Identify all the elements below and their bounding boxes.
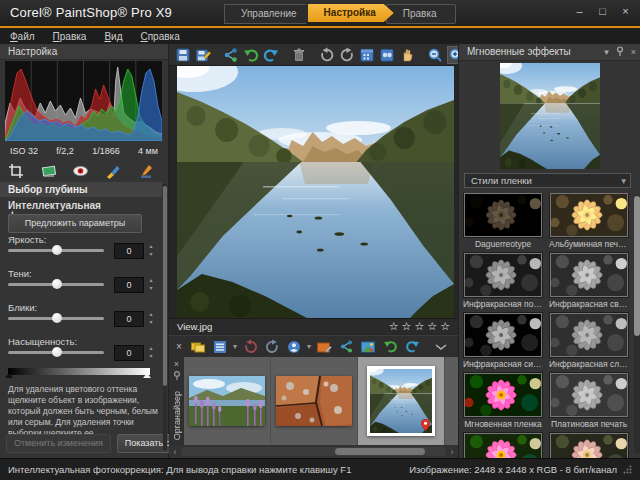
scrollbar-thumb[interactable] xyxy=(634,196,640,336)
depth-picker-header[interactable]: Выбор глубины xyxy=(0,182,162,197)
makeup-brush-icon[interactable] xyxy=(103,162,123,180)
rotate-left-icon[interactable] xyxy=(241,338,259,356)
people-dropdown-arrow-icon[interactable]: ▾ xyxy=(307,342,311,351)
menu-file[interactable]: Файл xyxy=(10,31,35,42)
effect-infrared-default[interactable]: Инфракрасная по у... xyxy=(463,253,543,309)
close-button[interactable]: × xyxy=(617,4,634,19)
organizer-thumbnail-rocks[interactable] xyxy=(271,357,358,445)
star-icon[interactable]: ☆ xyxy=(427,320,437,333)
effect-platinum-print[interactable]: Платиновая печать xyxy=(549,373,629,429)
scrollbar-thumb[interactable] xyxy=(163,186,167,386)
scroll-left-arrow[interactable]: ‹ xyxy=(169,447,181,457)
view-dropdown-arrow-icon[interactable]: ▾ xyxy=(233,342,237,351)
retouch-brush-icon[interactable] xyxy=(136,162,156,180)
star-icon[interactable]: ☆ xyxy=(440,320,450,333)
tab-edit[interactable]: Правка xyxy=(386,4,456,24)
effect-tile-partial[interactable] xyxy=(463,433,543,458)
spinner[interactable]: ▴▾ xyxy=(146,345,156,359)
tab-manage[interactable]: Управление xyxy=(224,4,316,24)
effect-tile-partial[interactable] xyxy=(549,433,629,458)
organizer-thumbnail-meadow[interactable] xyxy=(184,357,271,445)
tab-adjust[interactable]: Настройка xyxy=(308,4,394,22)
delete-icon[interactable] xyxy=(291,46,307,64)
save-icon[interactable] xyxy=(175,46,191,64)
folders-icon[interactable] xyxy=(189,338,207,356)
organizer-scrollbar[interactable]: ‹ › xyxy=(169,445,458,458)
saturation-slider[interactable] xyxy=(8,351,104,354)
effect-category-dropdown[interactable]: Стили пленки ▾ xyxy=(464,173,631,188)
menu-edit[interactable]: Правка xyxy=(53,31,87,42)
slider-thumb[interactable] xyxy=(52,313,62,323)
spinner[interactable]: ▴▾ xyxy=(146,311,156,325)
collapse-chevron-icon[interactable] xyxy=(432,338,450,356)
effect-infrared-light[interactable]: Инфракрасная свет... xyxy=(549,253,629,309)
black-point-handle[interactable] xyxy=(5,373,13,378)
list-view-icon[interactable] xyxy=(211,338,229,356)
find-people-icon[interactable] xyxy=(285,338,303,356)
resize-grip[interactable] xyxy=(623,465,632,474)
spinner[interactable]: ▴▾ xyxy=(146,243,156,257)
photo-canvas[interactable] xyxy=(177,66,454,318)
quick-fix-icon[interactable] xyxy=(315,338,333,356)
organizer-close-icon[interactable]: × xyxy=(173,341,185,352)
straighten-icon[interactable] xyxy=(39,162,59,180)
highlights-value[interactable]: 0 xyxy=(114,311,144,327)
slider-thumb[interactable] xyxy=(52,347,62,357)
undo-icon[interactable] xyxy=(243,46,259,64)
cancel-changes-button[interactable]: Отменить изменения xyxy=(6,434,111,453)
slideshow-icon[interactable] xyxy=(359,338,377,356)
slider-thumb[interactable] xyxy=(52,279,62,289)
save-as-icon[interactable] xyxy=(195,46,211,64)
menu-view[interactable]: Вид xyxy=(104,31,122,42)
effect-infrared-strong[interactable]: Инфракрасная силь... xyxy=(463,313,543,369)
red-eye-icon[interactable] xyxy=(71,162,91,180)
scrollbar-track[interactable] xyxy=(181,447,446,456)
black-white-point-strip[interactable] xyxy=(8,368,150,375)
rotate-right-icon[interactable] xyxy=(339,46,355,64)
rotate-right-icon[interactable] xyxy=(263,338,281,356)
white-point-handle[interactable] xyxy=(143,373,151,378)
star-icon[interactable]: ☆ xyxy=(402,320,412,333)
date-stamp-icon[interactable] xyxy=(359,46,375,64)
scroll-right-arrow[interactable]: › xyxy=(446,447,458,457)
saturation-value[interactable]: 0 xyxy=(114,345,144,361)
effect-daguerreotype[interactable]: Daguerreotype xyxy=(463,193,543,249)
panel-menu-arrow-icon[interactable]: ▾ xyxy=(604,44,609,60)
effect-instant-film[interactable]: Мгновенная пленка xyxy=(463,373,543,429)
organizer-label[interactable]: Органайзер xyxy=(172,391,182,440)
effect-infrared-weak[interactable]: Инфракрасная слаб... xyxy=(549,313,629,369)
pan-hand-icon[interactable] xyxy=(399,46,415,64)
pin-icon[interactable] xyxy=(616,46,624,57)
brightness-value[interactable]: 0 xyxy=(114,243,144,259)
highlights-slider[interactable] xyxy=(8,317,104,320)
slider-thumb[interactable] xyxy=(52,245,62,255)
share-icon[interactable] xyxy=(337,338,355,356)
undo-icon[interactable] xyxy=(381,338,399,356)
minimize-button[interactable]: – xyxy=(571,4,588,19)
effects-scrollbar[interactable] xyxy=(634,194,640,454)
redo-icon[interactable] xyxy=(263,46,279,64)
rating-stars[interactable]: ☆ ☆ ☆ ☆ ☆ xyxy=(389,320,450,333)
share-icon[interactable] xyxy=(223,46,239,64)
left-panel-scrollbar[interactable] xyxy=(163,184,167,450)
maximize-button[interactable]: □ xyxy=(594,4,611,19)
shadows-slider[interactable] xyxy=(8,283,104,286)
spinner[interactable]: ▴▾ xyxy=(146,277,156,291)
effect-albumen-print[interactable]: Альбуминная печать xyxy=(549,193,629,249)
crop-icon[interactable] xyxy=(6,162,26,180)
shadows-value[interactable]: 0 xyxy=(114,277,144,293)
collage-view-icon[interactable] xyxy=(379,46,395,64)
star-icon[interactable]: ☆ xyxy=(389,320,399,333)
pin-icon[interactable] xyxy=(173,371,181,381)
organizer-thumbnail-river-selected[interactable] xyxy=(358,357,445,445)
rotate-left-icon[interactable] xyxy=(319,46,335,64)
redo-icon[interactable] xyxy=(403,338,421,356)
brightness-slider[interactable] xyxy=(8,249,104,252)
panel-close-icon[interactable]: × xyxy=(631,44,636,60)
organizer-close-icon[interactable]: × xyxy=(174,359,179,369)
zoom-out-icon[interactable] xyxy=(427,46,443,64)
scrollbar-thumb[interactable] xyxy=(335,448,425,455)
menu-help[interactable]: Справка xyxy=(140,31,179,42)
suggest-settings-button[interactable]: Предложить параметры xyxy=(8,214,142,233)
star-icon[interactable]: ☆ xyxy=(414,320,424,333)
